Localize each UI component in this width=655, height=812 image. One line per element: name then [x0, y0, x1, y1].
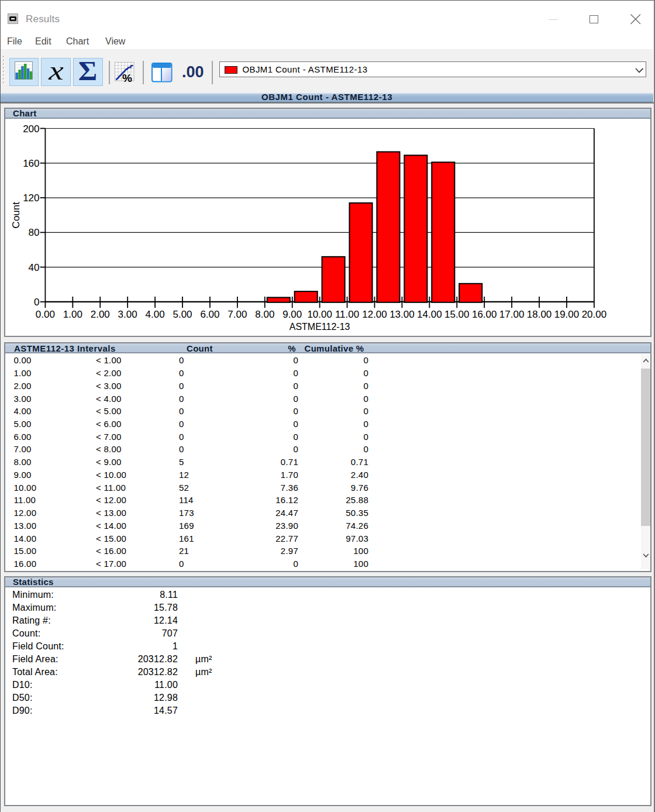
svg-text:11.00: 11.00 — [335, 309, 359, 320]
svg-text:%: % — [122, 72, 132, 82]
svg-text:ASTME112-13: ASTME112-13 — [289, 322, 350, 332]
svg-text:2.00: 2.00 — [91, 309, 110, 320]
svg-text:20.00: 20.00 — [582, 309, 607, 320]
svg-text:Count: Count — [11, 202, 22, 229]
svg-text:160: 160 — [23, 158, 39, 169]
svg-text:0.00: 0.00 — [36, 309, 55, 320]
svg-text:7.00: 7.00 — [227, 309, 247, 320]
svg-text:12.00: 12.00 — [362, 309, 387, 320]
svg-text:13.00: 13.00 — [389, 309, 415, 320]
svg-text:14.00: 14.00 — [417, 309, 442, 320]
svg-text:9.00: 9.00 — [282, 309, 302, 320]
svg-text:8.00: 8.00 — [255, 309, 274, 320]
svg-text:1.00: 1.00 — [63, 309, 82, 320]
svg-text:80: 80 — [29, 227, 40, 238]
svg-text:18.00: 18.00 — [527, 309, 552, 320]
svg-text:0: 0 — [34, 297, 39, 308]
svg-text:4.00: 4.00 — [146, 309, 165, 320]
svg-text:16.00: 16.00 — [472, 309, 497, 320]
svg-text:19.00: 19.00 — [554, 309, 580, 320]
svg-text:120: 120 — [23, 192, 39, 204]
svg-text:5.00: 5.00 — [173, 309, 192, 320]
svg-text:15.00: 15.00 — [444, 309, 470, 320]
svg-text:6.00: 6.00 — [200, 309, 219, 320]
svg-text:40: 40 — [29, 262, 40, 273]
svg-text:10.00: 10.00 — [307, 309, 332, 320]
svg-text:200: 200 — [23, 123, 39, 135]
svg-text:3.00: 3.00 — [118, 309, 137, 320]
svg-text:17.00: 17.00 — [499, 309, 525, 320]
